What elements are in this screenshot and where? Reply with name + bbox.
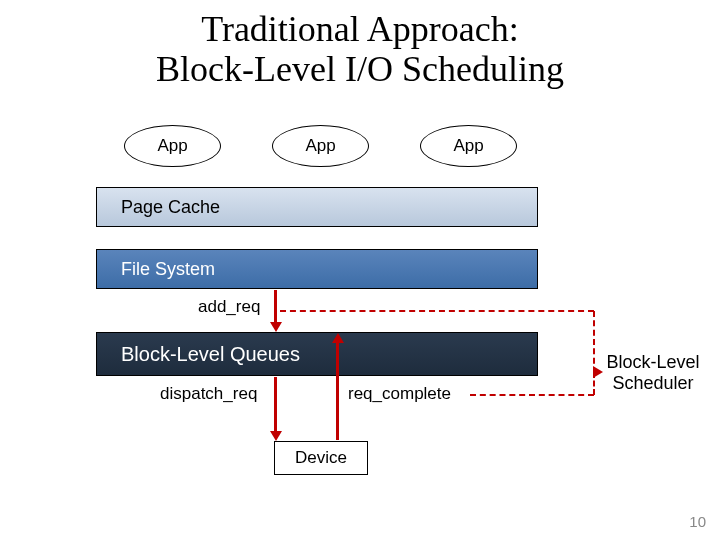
scheduler-line-2: Scheduler: [612, 373, 693, 393]
app-label: App: [453, 136, 483, 155]
title-line-2: Block-Level I/O Scheduling: [156, 49, 564, 89]
app-label: App: [305, 136, 335, 155]
dashed-line-bottom: [470, 394, 594, 396]
label-req-complete: req_complete: [348, 384, 451, 404]
diagram-area: App App App Page Cache File System add_r…: [0, 89, 720, 519]
block-level-scheduler: Block-Level Scheduler: [598, 352, 708, 393]
app-node-3: App: [420, 125, 517, 167]
layer-block-queues: Block-Level Queues: [96, 332, 538, 376]
device-label: Device: [295, 448, 347, 468]
label-add-req: add_req: [198, 297, 260, 317]
title-line-1: Traditional Approach:: [201, 9, 519, 49]
scheduler-line-1: Block-Level: [606, 352, 699, 372]
arrow-add-req: [274, 290, 277, 323]
file-system-label: File System: [121, 259, 215, 280]
dashed-merge-bottom: [593, 372, 597, 395]
layer-file-system: File System: [96, 249, 538, 289]
slide-number: 10: [689, 513, 706, 530]
arrow-req-complete-head: [332, 333, 344, 343]
device-box: Device: [274, 441, 368, 475]
arrow-add-req-head: [270, 322, 282, 332]
block-queues-label: Block-Level Queues: [121, 343, 300, 366]
arrow-dispatch-req-head: [270, 431, 282, 441]
app-node-2: App: [272, 125, 369, 167]
app-node-1: App: [124, 125, 221, 167]
page-cache-label: Page Cache: [121, 197, 220, 218]
arrow-req-complete: [336, 342, 339, 440]
slide-title: Traditional Approach: Block-Level I/O Sc…: [0, 10, 720, 89]
layer-page-cache: Page Cache: [96, 187, 538, 227]
arrow-dispatch-req: [274, 377, 277, 432]
dashed-merge-top: [593, 311, 597, 373]
label-dispatch-req: dispatch_req: [160, 384, 257, 404]
app-label: App: [157, 136, 187, 155]
dashed-line-top: [280, 310, 594, 312]
